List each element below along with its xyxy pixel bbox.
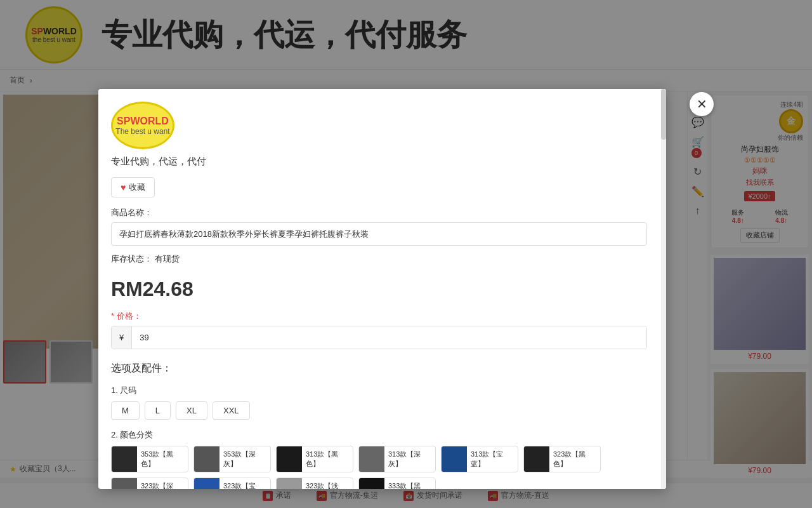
color-label-9: 323款【浅灰】 bbox=[302, 480, 353, 489]
size-option-row: 1. 尺码 M L XL XXL bbox=[111, 385, 647, 420]
product-name-input[interactable] bbox=[111, 222, 647, 246]
color-label-3: 313款【黑色】 bbox=[302, 448, 353, 470]
color-thumb-4 bbox=[359, 446, 384, 472]
color-thumb-2 bbox=[194, 446, 219, 472]
stock-value: 有现货 bbox=[155, 254, 180, 264]
color-thumb-3 bbox=[277, 446, 302, 472]
color-item-5[interactable]: 313款【宝蓝】 bbox=[441, 446, 518, 472]
modal-scrollbar[interactable] bbox=[661, 89, 666, 489]
stock-row: 库存状态： 有现货 bbox=[111, 253, 647, 265]
color-option-row: 2. 颜色分类 353款【黑色】 353款【深灰】 313款【黑色】 313款【… bbox=[111, 429, 647, 489]
color-label: 2. 颜色分类 bbox=[111, 429, 647, 441]
modal-close-button[interactable]: ✕ bbox=[690, 92, 714, 116]
size-XL[interactable]: XL bbox=[176, 401, 207, 420]
price-currency: ¥ bbox=[112, 326, 132, 349]
price-input-wrap: ¥ bbox=[111, 326, 647, 349]
color-label-5: 313款【宝蓝】 bbox=[467, 448, 518, 470]
modal-content[interactable]: SPWORLD The best u want 专业代购，代运，代付 ♥ 收藏 … bbox=[98, 89, 666, 489]
modal-scroll-thumb[interactable] bbox=[661, 89, 666, 140]
favorite-button[interactable]: ♥ 收藏 bbox=[111, 177, 155, 197]
modal-logo-sp: SPWORLD bbox=[117, 116, 169, 127]
color-thumb-5 bbox=[442, 446, 467, 472]
modal-dialog: SPWORLD The best u want 专业代购，代运，代付 ♥ 收藏 … bbox=[98, 89, 666, 489]
modal-logo-world: WORLD bbox=[130, 116, 168, 126]
color-item-7[interactable]: 323款【深灰】 bbox=[111, 478, 188, 489]
size-label: 1. 尺码 bbox=[111, 385, 647, 396]
color-item-4[interactable]: 313款【深灰】 bbox=[358, 446, 436, 472]
color-item-8[interactable]: 323款【宝蓝】 bbox=[193, 478, 271, 489]
color-thumb-6 bbox=[524, 446, 549, 472]
color-label-7: 323款【深灰】 bbox=[137, 480, 188, 489]
price-input[interactable] bbox=[132, 326, 646, 349]
color-label-2: 353款【深灰】 bbox=[219, 448, 270, 470]
color-thumb-7 bbox=[112, 478, 137, 489]
modal-logo-area: SPWORLD The best u want bbox=[111, 102, 647, 149]
modal-subtitle: 专业代购，代运，代付 bbox=[111, 156, 647, 168]
size-L[interactable]: L bbox=[145, 401, 171, 420]
color-item-10[interactable]: 333款【黑色】 bbox=[358, 478, 436, 489]
color-thumb-9 bbox=[277, 478, 302, 489]
color-grid: 353款【黑色】 353款【深灰】 313款【黑色】 313款【深灰】 313款… bbox=[111, 446, 647, 489]
color-label-6: 323款【黑色】 bbox=[549, 448, 600, 470]
size-XXL[interactable]: XXL bbox=[213, 401, 250, 420]
color-thumb-1 bbox=[112, 446, 137, 472]
size-M[interactable]: M bbox=[111, 401, 140, 420]
modal-logo-sp-red: SP bbox=[117, 116, 130, 126]
color-thumb-8 bbox=[194, 478, 219, 489]
product-name-label: 商品名称： bbox=[111, 207, 647, 218]
color-item-1[interactable]: 353款【黑色】 bbox=[111, 446, 188, 472]
color-item-9[interactable]: 323款【浅灰】 bbox=[276, 478, 353, 489]
color-item-2[interactable]: 353款【深灰】 bbox=[193, 446, 271, 472]
size-buttons: M L XL XXL bbox=[111, 401, 647, 420]
favorite-label: 收藏 bbox=[129, 182, 145, 193]
price-field-label: * 价格： bbox=[111, 311, 647, 322]
color-item-6[interactable]: 323款【黑色】 bbox=[523, 446, 601, 472]
stock-label: 库存状态： bbox=[111, 254, 152, 264]
options-title: 选项及配件： bbox=[111, 362, 647, 375]
color-label-10: 333款【黑色】 bbox=[384, 480, 435, 489]
modal-logo-tagline: The best u want bbox=[115, 127, 169, 136]
color-label-1: 353款【黑色】 bbox=[137, 448, 188, 470]
color-label-8: 323款【宝蓝】 bbox=[219, 480, 270, 489]
color-thumb-10 bbox=[359, 478, 384, 489]
color-label-4: 313款【深灰】 bbox=[384, 448, 435, 470]
color-item-3[interactable]: 313款【黑色】 bbox=[276, 446, 353, 472]
price-display: RM24.68 bbox=[111, 277, 647, 301]
modal-logo: SPWORLD The best u want bbox=[111, 102, 174, 149]
heart-icon: ♥ bbox=[121, 182, 126, 192]
